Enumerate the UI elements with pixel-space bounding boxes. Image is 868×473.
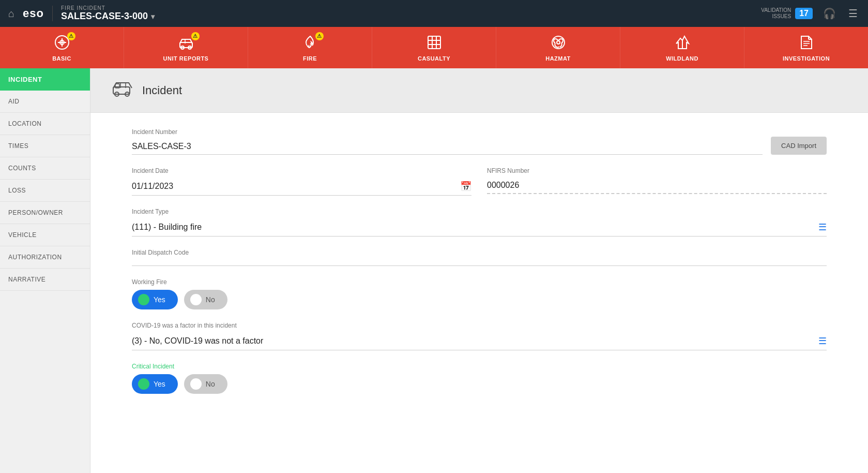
incident-dropdown-icon[interactable]: ▾ — [151, 12, 155, 21]
nav-item-fire[interactable]: ⚠ FIRE — [248, 27, 372, 68]
critical-incident-group: Critical Incident Yes No — [132, 363, 827, 394]
critical-incident-label: Critical Incident — [132, 363, 827, 370]
critical-incident-yes-label: Yes — [154, 380, 165, 388]
sidebar-item-aid[interactable]: AID — [0, 91, 90, 113]
nav-item-unit-reports[interactable]: ⚠ UNIT REPORTS — [124, 27, 248, 68]
nav-item-casualty[interactable]: CASUALTY — [372, 27, 496, 68]
basic-icon-wrap: ⚠ — [54, 34, 70, 53]
incident-type-label: Incident Type — [132, 208, 827, 215]
incident-label: FIRE INCIDENT — [61, 5, 155, 11]
basic-label: BASIC — [52, 55, 71, 62]
svg-point-14 — [557, 41, 560, 44]
logo: eso — [23, 7, 44, 20]
incident-type-select[interactable]: (111) - Building fire ☰ — [132, 218, 827, 236]
content-header: Incident — [90, 68, 868, 113]
hazmat-label: HAZMAT — [545, 55, 571, 62]
calendar-icon[interactable]: 📅 — [460, 181, 471, 192]
main-layout: INCIDENT AID LOCATION TIMES COUNTS LOSS … — [0, 68, 868, 473]
sidebar: INCIDENT AID LOCATION TIMES COUNTS LOSS … — [0, 68, 90, 473]
nav-item-wildland[interactable]: WILDLAND — [620, 27, 744, 68]
validation-count-badge[interactable]: 17 — [795, 8, 813, 19]
covid-label: COVID-19 was a factor in this incident — [132, 322, 827, 329]
sidebar-item-person-owner[interactable]: PERSON/OWNER — [0, 202, 90, 224]
incident-number-label: Incident Number — [132, 128, 763, 136]
wildland-label: WILDLAND — [666, 55, 698, 62]
content-header-title: Incident — [142, 84, 182, 97]
cad-import-button[interactable]: CAD Import — [771, 137, 827, 155]
nfirs-number-value[interactable]: 0000026 — [487, 181, 519, 189]
nfirs-number-group: NFIRS Number 0000026 — [487, 167, 827, 196]
initial-dispatch-code-select[interactable] — [132, 259, 827, 266]
sidebar-item-loss[interactable]: LOSS — [0, 180, 90, 202]
top-nav: ⌂ eso FIRE INCIDENT SALES-CASE-3-000 ▾ V… — [0, 0, 868, 27]
incident-type-menu-icon[interactable]: ☰ — [818, 221, 827, 233]
covid-group: COVID-19 was a factor in this incident (… — [132, 322, 827, 350]
unit-reports-icon-wrap: ⚠ — [178, 34, 194, 53]
working-fire-yes-dot — [138, 294, 149, 305]
working-fire-group: Working Fire Yes No — [132, 278, 827, 309]
working-fire-no-label: No — [206, 295, 215, 304]
incident-id[interactable]: SALES-CASE-3-000 ▾ — [61, 11, 155, 22]
incident-type-group: Incident Type (111) - Building fire ☰ — [132, 208, 827, 236]
incident-id-text: SALES-CASE-3-000 — [61, 11, 148, 22]
critical-incident-yes-button[interactable]: Yes — [132, 374, 178, 394]
casualty-label: CASUALTY — [418, 55, 450, 62]
investigation-icon-wrap — [798, 34, 815, 53]
incident-info: FIRE INCIDENT SALES-CASE-3-000 ▾ — [61, 5, 155, 22]
investigation-label: INVESTIGATION — [783, 55, 830, 62]
covid-menu-icon[interactable]: ☰ — [818, 335, 827, 347]
incident-number-group: Incident Number SALES-CASE-3 — [132, 128, 763, 155]
working-fire-no-button[interactable]: No — [184, 290, 227, 309]
headset-icon[interactable]: 🎧 — [821, 7, 838, 20]
critical-incident-no-button[interactable]: No — [184, 374, 227, 394]
hamburger-menu-icon[interactable]: ☰ — [846, 7, 860, 20]
covid-select[interactable]: (3) - No, COVID-19 was not a factor ☰ — [132, 332, 827, 350]
incident-date-value[interactable]: 01/11/2023 — [132, 182, 460, 191]
nav-item-basic[interactable]: ⚠ BASIC — [0, 27, 124, 68]
nav-item-hazmat[interactable]: HAZMAT — [496, 27, 620, 68]
red-nav: ⚠ BASIC ⚠ UNIT REPORTS ⚠ FIRE — [0, 27, 868, 68]
fire-icon-wrap: ⚠ — [302, 34, 318, 53]
wildland-icon-wrap — [674, 34, 691, 53]
nfirs-wrap: 0000026 — [487, 178, 827, 194]
incident-number-value[interactable]: SALES-CASE-3 — [132, 139, 763, 155]
svg-rect-8 — [428, 36, 440, 49]
basic-warn-badge: ⚠ — [67, 32, 75, 40]
sidebar-item-location[interactable]: LOCATION — [0, 113, 90, 135]
working-fire-no-dot — [190, 294, 202, 305]
sidebar-item-incident[interactable]: INCIDENT — [0, 68, 90, 91]
validation-label: VALIDATIONISSUES — [761, 7, 791, 20]
fire-label: FIRE — [303, 55, 317, 62]
working-fire-yes-button[interactable]: Yes — [132, 290, 178, 309]
form-body: Incident Number SALES-CASE-3 CAD Import … — [90, 113, 868, 473]
sidebar-item-vehicle[interactable]: VEHICLE — [0, 224, 90, 246]
initial-dispatch-code-group: Initial Dispatch Code — [132, 249, 827, 266]
critical-incident-yes-dot — [138, 378, 149, 390]
covid-value: (3) - No, COVID-19 was not a factor — [132, 336, 818, 346]
nav-divider — [52, 6, 53, 21]
working-fire-label: Working Fire — [132, 278, 827, 286]
critical-incident-no-label: No — [206, 380, 215, 388]
nav-item-investigation[interactable]: INVESTIGATION — [744, 27, 868, 68]
incident-date-wrap: 01/11/2023 📅 — [132, 178, 471, 196]
initial-dispatch-code-label: Initial Dispatch Code — [132, 249, 827, 256]
casualty-icon-wrap — [426, 34, 443, 53]
sidebar-item-times[interactable]: TIMES — [0, 135, 90, 157]
sidebar-item-counts[interactable]: COUNTS — [0, 157, 90, 180]
home-icon[interactable]: ⌂ — [8, 8, 14, 20]
incident-date-label: Incident Date — [132, 167, 471, 174]
critical-incident-toggle-group: Yes No — [132, 374, 827, 394]
incident-header-icon — [111, 77, 134, 104]
incident-date-group: Incident Date 01/11/2023 📅 — [132, 167, 471, 196]
sidebar-item-authorization[interactable]: AUTHORIZATION — [0, 246, 90, 269]
unit-reports-label: UNIT REPORTS — [163, 55, 209, 62]
validation-issues: VALIDATIONISSUES 17 — [761, 7, 813, 20]
sidebar-item-narrative[interactable]: NARRATIVE — [0, 269, 90, 291]
nfirs-number-label: NFIRS Number — [487, 167, 827, 174]
hazmat-icon-wrap — [550, 34, 567, 53]
working-fire-yes-label: Yes — [154, 295, 165, 304]
date-row: Incident Date 01/11/2023 📅 NFIRS Number … — [132, 167, 827, 196]
critical-incident-no-dot — [190, 378, 202, 390]
incident-number-row: Incident Number SALES-CASE-3 CAD Import — [132, 128, 827, 155]
working-fire-toggle-group: Yes No — [132, 290, 827, 309]
